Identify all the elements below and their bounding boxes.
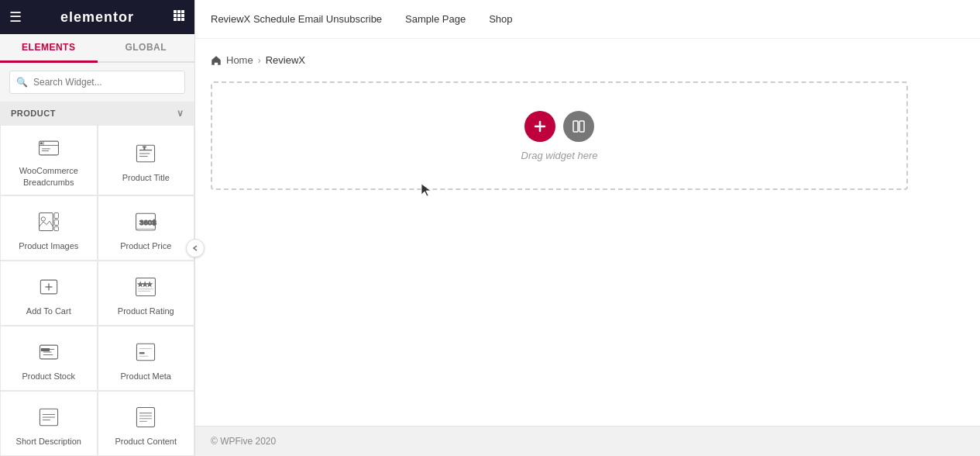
panel-collapse-toggle[interactable] [186, 239, 205, 257]
short-description-widget-icon [35, 403, 63, 431]
svg-rect-49 [137, 407, 155, 427]
nav-link-sample-page[interactable]: Sample Page [405, 13, 466, 25]
svg-text:≡≡≡: ≡≡≡ [41, 347, 50, 352]
widget-product-meta[interactable]: ••• Product Meta [98, 326, 195, 391]
drag-text: Drag widget here [521, 150, 598, 161]
left-panel: ☰ elementor ELEMENTS GLOBAL [0, 0, 195, 456]
layout-button[interactable] [563, 111, 594, 142]
footer-text: © WPFive 2020 [211, 436, 276, 447]
logo-text: elementor [60, 9, 134, 26]
svg-rect-7 [177, 18, 181, 21]
apps-icon[interactable] [173, 9, 185, 25]
widget-add-to-cart[interactable]: Add To Cart [0, 261, 98, 326]
widget-short-description[interactable]: Short Description [0, 391, 98, 456]
svg-rect-5 [181, 14, 184, 17]
svg-rect-6 [174, 18, 177, 21]
svg-text:360$: 360$ [139, 217, 156, 226]
panel-tabs: ELEMENTS GLOBAL [0, 34, 194, 63]
footer-bar: © WPFive 2020 [195, 426, 980, 456]
nav-link-shop[interactable]: Shop [489, 13, 512, 25]
svg-rect-8 [181, 18, 184, 21]
nav-bar: ReviewX Schedule Email Unsubscribe Sampl… [195, 0, 980, 39]
svg-point-12 [40, 143, 42, 144]
breadcrumb-home-link[interactable]: Home [226, 54, 253, 66]
section-header-product[interactable]: PRODUCT ∨ [0, 102, 194, 125]
widget-woocommerce-breadcrumbs-label: WooCommerce Breadcrumbs [7, 165, 91, 188]
widget-woocommerce-breadcrumbs[interactable]: WooCommerce Breadcrumbs [0, 125, 98, 195]
widget-product-rating-label: Product Rating [118, 306, 174, 316]
breadcrumb: Home › ReviewX [211, 54, 965, 66]
product-content-widget-icon [132, 403, 160, 431]
svg-rect-21 [54, 212, 58, 218]
search-bar: 🔍 [0, 63, 194, 102]
breadcrumb-widget-icon [35, 136, 63, 161]
right-panel: ReviewX Schedule Email Unsubscribe Sampl… [195, 0, 980, 456]
widget-product-images-label: Product Images [19, 240, 78, 251]
drop-zone-buttons [524, 111, 594, 142]
product-rating-widget-icon: ☆☆☆ [132, 273, 160, 301]
widget-add-to-cart-label: Add To Cart [26, 306, 71, 316]
product-price-widget-icon: 360$ [132, 208, 160, 236]
svg-rect-56 [573, 121, 578, 132]
widget-product-price-label: Product Price [120, 240, 171, 251]
widget-product-meta-label: Product Meta [121, 371, 171, 382]
section-label: PRODUCT [11, 109, 56, 118]
svg-rect-57 [579, 121, 584, 132]
svg-rect-0 [174, 10, 177, 13]
search-input[interactable] [9, 71, 185, 94]
svg-text:•••: ••• [139, 350, 145, 355]
product-stock-widget-icon: ≡≡≡ [35, 338, 63, 366]
widget-product-content-label: Product Content [115, 436, 177, 447]
widget-product-images[interactable]: Product Images [0, 195, 98, 261]
svg-rect-2 [181, 10, 184, 13]
product-meta-widget-icon: ••• [132, 338, 160, 366]
search-icon: 🔍 [16, 77, 28, 88]
widget-product-content[interactable]: Product Content [98, 391, 195, 456]
svg-rect-22 [54, 219, 58, 225]
drop-zone[interactable]: Drag widget here [211, 81, 908, 190]
add-widget-button[interactable] [524, 111, 555, 142]
hamburger-icon[interactable]: ☰ [9, 9, 22, 26]
svg-rect-3 [174, 14, 177, 17]
svg-text:T: T [143, 145, 146, 150]
panel-header: ☰ elementor [0, 0, 194, 34]
svg-rect-23 [54, 226, 58, 230]
svg-rect-20 [39, 212, 53, 230]
widget-product-price[interactable]: 360$ Product Price [98, 195, 195, 261]
widget-short-description-label: Short Description [16, 436, 81, 447]
tab-global[interactable]: GLOBAL [98, 34, 195, 63]
nav-link-reviewx[interactable]: ReviewX Schedule Email Unsubscribe [211, 13, 382, 25]
svg-rect-1 [177, 10, 181, 13]
product-images-widget-icon [35, 208, 63, 236]
breadcrumb-separator: › [258, 55, 261, 66]
widgets-grid: WooCommerce Breadcrumbs T Product Title [0, 125, 194, 456]
widget-product-title[interactable]: T Product Title [98, 125, 195, 195]
svg-point-24 [41, 217, 45, 221]
breadcrumb-current: ReviewX [266, 54, 305, 66]
add-to-cart-widget-icon [35, 273, 63, 301]
widget-product-stock[interactable]: ≡≡≡ Product Stock [0, 326, 98, 391]
tab-elements[interactable]: ELEMENTS [0, 34, 98, 63]
home-icon [211, 55, 222, 66]
svg-text:☆☆☆: ☆☆☆ [138, 282, 152, 288]
main-content: Home › ReviewX Drag [195, 39, 980, 426]
widget-product-stock-label: Product Stock [22, 371, 75, 382]
widget-product-rating[interactable]: ☆☆☆ Product Rating [98, 261, 195, 326]
widget-product-title-label: Product Title [122, 172, 170, 183]
svg-rect-4 [177, 14, 181, 17]
product-title-widget-icon: T [132, 140, 160, 168]
chevron-down-icon: ∨ [177, 108, 184, 119]
